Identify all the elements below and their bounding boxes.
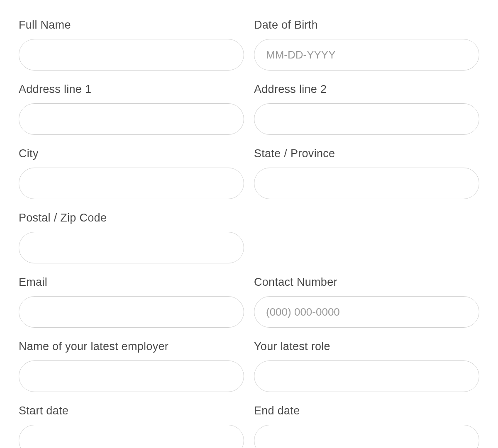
dob-label: Date of Birth [254, 19, 479, 32]
role-field: Your latest role [254, 340, 479, 392]
dob-input[interactable] [254, 39, 479, 71]
postal-input[interactable] [19, 232, 244, 263]
full-name-input[interactable] [19, 39, 244, 71]
start-date-field: Start date [19, 404, 244, 448]
form-container: Full Name Date of Birth Address line 1 A… [19, 19, 479, 448]
employer-input[interactable] [19, 360, 244, 392]
contact-label: Contact Number [254, 276, 479, 289]
empty-spacer [254, 212, 479, 263]
end-date-field: End date [254, 404, 479, 448]
email-field: Email [19, 276, 244, 328]
city-field: City [19, 147, 244, 199]
end-date-input[interactable] [254, 425, 479, 448]
postal-field: Postal / Zip Code [19, 212, 244, 263]
email-label: Email [19, 276, 244, 289]
full-name-field: Full Name [19, 19, 244, 71]
employer-field: Name of your latest employer [19, 340, 244, 392]
address2-field: Address line 2 [254, 83, 479, 135]
postal-label: Postal / Zip Code [19, 212, 244, 224]
address1-label: Address line 1 [19, 83, 244, 96]
contact-input[interactable] [254, 296, 479, 328]
dob-field: Date of Birth [254, 19, 479, 71]
contact-field: Contact Number [254, 276, 479, 328]
start-date-label: Start date [19, 404, 244, 417]
employer-label: Name of your latest employer [19, 340, 244, 353]
address1-input[interactable] [19, 103, 244, 135]
city-label: City [19, 147, 244, 160]
end-date-label: End date [254, 404, 479, 417]
state-field: State / Province [254, 147, 479, 199]
start-date-input[interactable] [19, 425, 244, 448]
address2-input[interactable] [254, 103, 479, 135]
address1-field: Address line 1 [19, 83, 244, 135]
full-name-label: Full Name [19, 19, 244, 32]
state-input[interactable] [254, 168, 479, 199]
role-label: Your latest role [254, 340, 479, 353]
city-input[interactable] [19, 168, 244, 199]
state-label: State / Province [254, 147, 479, 160]
email-input[interactable] [19, 296, 244, 328]
address2-label: Address line 2 [254, 83, 479, 96]
role-input[interactable] [254, 360, 479, 392]
